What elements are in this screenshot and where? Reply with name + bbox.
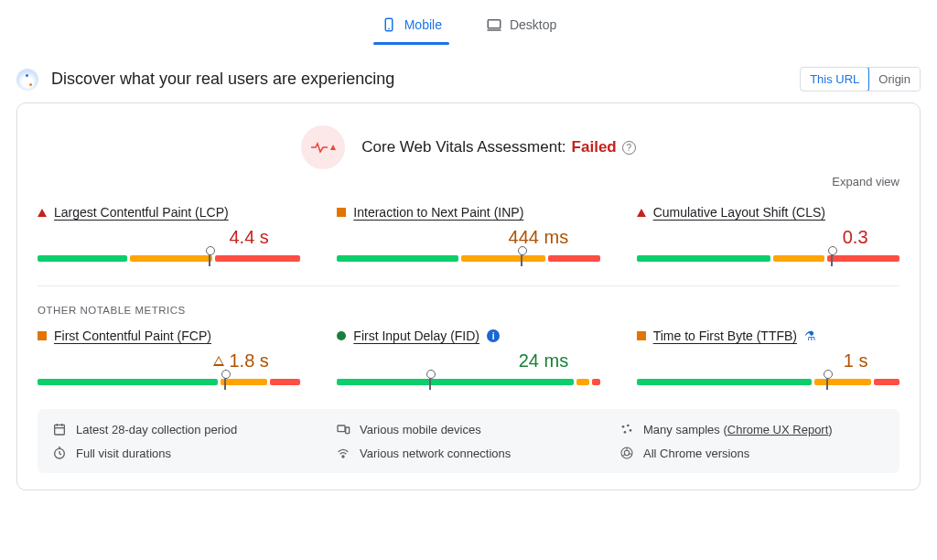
metric-name[interactable]: Largest Contentful Paint (LCP) xyxy=(54,205,229,220)
other-metrics-label: OTHER NOTABLE METRICS xyxy=(38,285,899,316)
metric-name[interactable]: Time to First Byte (TTFB) xyxy=(653,328,797,343)
help-icon[interactable]: ? xyxy=(622,141,636,155)
svg-rect-2 xyxy=(488,20,501,28)
assessment-result: Failed xyxy=(572,138,617,156)
metric-name[interactable]: First Contentful Paint (FCP) xyxy=(54,328,211,343)
marker-icon xyxy=(521,251,522,266)
gauge-icon xyxy=(16,69,38,91)
footer-info: Latest 28-day collection period Various … xyxy=(38,409,899,473)
distribution-bar xyxy=(637,379,899,385)
metric-value: 0.3 xyxy=(637,227,899,248)
assessment-status-icon xyxy=(301,125,345,169)
devices-icon xyxy=(336,422,350,436)
marker-icon xyxy=(209,251,210,266)
metric-value: 1.8 s xyxy=(38,350,300,372)
scatter-icon xyxy=(619,422,634,436)
other-metrics: First Contentful Paint (FCP) 1.8 s First… xyxy=(38,328,899,385)
info-icon[interactable]: i xyxy=(487,329,500,342)
expand-view-link[interactable]: Expand view xyxy=(38,175,899,188)
status-indicator-icon xyxy=(38,209,47,217)
status-indicator-icon xyxy=(637,331,646,340)
svg-point-12 xyxy=(627,425,630,427)
metric-other-0: First Contentful Paint (FCP) 1.8 s xyxy=(38,328,300,385)
assessment-row: Core Web Vitals Assessment: Failed ? xyxy=(38,125,899,169)
chrome-icon xyxy=(619,446,634,460)
tab-label: Mobile xyxy=(404,17,442,32)
assessment-text: Core Web Vitals Assessment: Failed ? xyxy=(361,138,635,156)
metric-other-1: First Input Delay (FID) i 24 ms xyxy=(337,328,599,385)
desktop-icon xyxy=(486,16,502,33)
page-title: Discover what your real users are experi… xyxy=(51,70,394,89)
status-indicator-icon xyxy=(637,209,646,217)
toggle-origin[interactable]: Origin xyxy=(868,68,920,91)
svg-point-19 xyxy=(342,456,344,458)
distribution-bar xyxy=(337,255,599,262)
svg-rect-5 xyxy=(55,425,65,435)
crux-link[interactable]: Chrome UX Report xyxy=(727,423,829,436)
footer-devices: Various mobile devices xyxy=(336,422,601,436)
footer-samples: Many samples (Chrome UX Report) xyxy=(619,422,885,436)
assessment-label: Core Web Vitals Assessment: xyxy=(361,138,565,156)
tab-mobile[interactable]: Mobile xyxy=(377,7,446,44)
tab-desktop[interactable]: Desktop xyxy=(482,7,560,44)
marker-icon xyxy=(831,251,833,266)
core-metrics: Largest Contentful Paint (LCP) 4.4 s Int… xyxy=(38,205,899,262)
svg-marker-4 xyxy=(330,145,336,150)
calendar-icon xyxy=(52,422,67,436)
svg-point-11 xyxy=(622,425,625,428)
metric-value: 4.4 s xyxy=(38,227,300,248)
wifi-icon xyxy=(336,446,350,460)
metric-value: 1 s xyxy=(637,350,899,372)
svg-rect-9 xyxy=(338,425,345,432)
distribution-bar xyxy=(637,255,899,262)
distribution-bar xyxy=(337,379,599,385)
svg-line-17 xyxy=(59,454,61,455)
marker-icon xyxy=(224,374,226,390)
tab-label: Desktop xyxy=(510,17,556,32)
marker-icon xyxy=(429,374,431,390)
vitals-panel: Core Web Vitals Assessment: Failed ? Exp… xyxy=(16,102,921,490)
metric-name[interactable]: Cumulative Layout Shift (CLS) xyxy=(653,205,825,220)
metric-core-2: Cumulative Layout Shift (CLS) 0.3 xyxy=(637,205,899,262)
footer-network: Various network connections xyxy=(336,446,601,460)
device-tabs: Mobile Desktop xyxy=(0,0,937,45)
svg-line-24 xyxy=(622,454,625,456)
metric-name[interactable]: First Input Delay (FID) xyxy=(353,328,479,343)
toggle-this-url[interactable]: This URL xyxy=(800,67,869,92)
distribution-bar xyxy=(38,379,300,385)
mobile-icon xyxy=(381,16,397,33)
footer-durations: Full visit durations xyxy=(52,446,318,460)
svg-rect-10 xyxy=(346,427,350,434)
flask-icon: ⚗ xyxy=(804,328,816,343)
metric-core-1: Interaction to Next Paint (INP) 444 ms xyxy=(337,205,599,262)
marker-icon xyxy=(826,374,828,390)
status-indicator-icon xyxy=(337,208,346,217)
scope-toggle: This URL Origin xyxy=(800,67,921,92)
svg-point-14 xyxy=(624,431,627,434)
warning-icon xyxy=(213,356,224,366)
svg-point-13 xyxy=(630,429,632,432)
footer-period: Latest 28-day collection period xyxy=(52,422,318,436)
metric-other-2: Time to First Byte (TTFB) ⚗ 1 s xyxy=(637,328,899,385)
metric-core-0: Largest Contentful Paint (LCP) 4.4 s xyxy=(38,205,300,262)
svg-line-23 xyxy=(629,454,631,455)
distribution-bar xyxy=(38,255,300,262)
status-indicator-icon xyxy=(38,331,47,340)
metric-value: 444 ms xyxy=(337,227,599,248)
metric-name[interactable]: Interaction to Next Paint (INP) xyxy=(353,205,523,220)
status-indicator-icon xyxy=(337,331,346,340)
footer-chrome: All Chrome versions xyxy=(619,446,885,460)
metric-value: 24 ms xyxy=(337,350,599,372)
header-row: Discover what your real users are experi… xyxy=(0,45,937,102)
clock-icon xyxy=(52,446,67,460)
